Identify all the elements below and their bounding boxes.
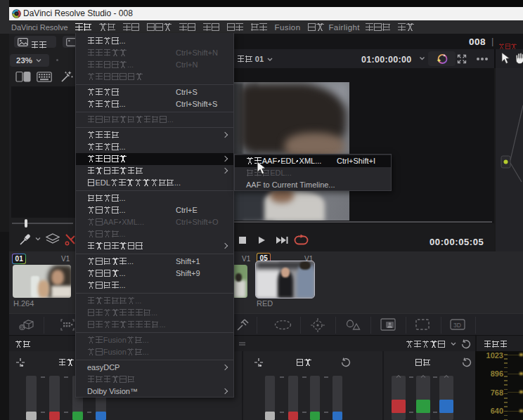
svg-text:3D: 3D (453, 322, 461, 329)
